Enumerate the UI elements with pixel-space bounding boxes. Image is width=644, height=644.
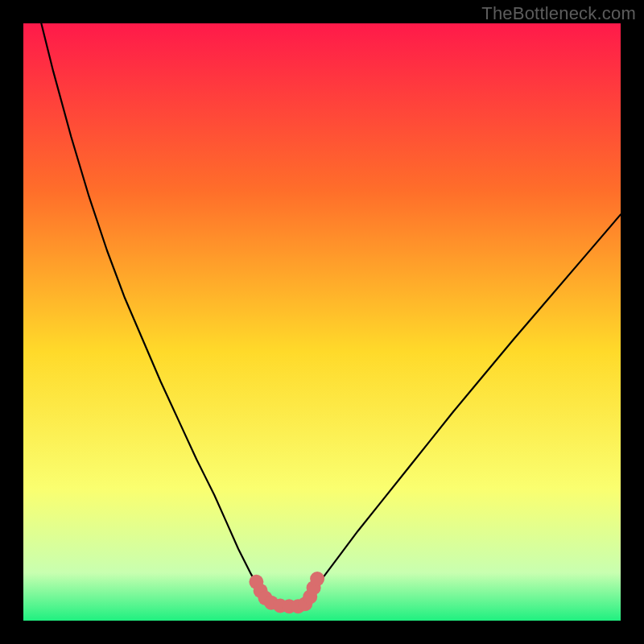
chart-plot-area <box>23 23 621 621</box>
gradient-background <box>23 23 621 621</box>
watermark-text: TheBottleneck.com <box>481 3 636 24</box>
chart-svg <box>23 23 621 621</box>
marker-dot <box>310 572 324 586</box>
